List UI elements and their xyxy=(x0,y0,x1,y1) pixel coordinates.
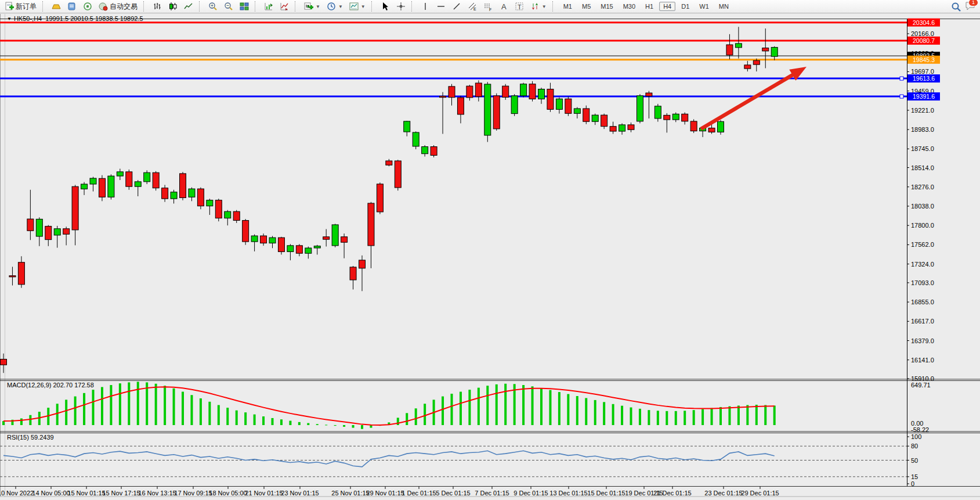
indicator-list-button[interactable] xyxy=(277,1,291,12)
timeframe-m1[interactable]: M1 xyxy=(559,2,576,11)
crosshair-tool[interactable] xyxy=(394,1,408,12)
trendline-tool[interactable] xyxy=(450,1,464,12)
time-axis[interactable]: 10 Nov 202214 Nov 05:0015 Nov 01:1515 No… xyxy=(0,487,779,497)
macd-bar xyxy=(585,398,587,425)
equidistant-channel-tool[interactable]: E xyxy=(465,1,479,12)
separator xyxy=(295,1,298,12)
macd-bar xyxy=(190,395,193,425)
candles-chart-button[interactable] xyxy=(166,1,180,12)
macd-bar xyxy=(226,408,229,425)
macd-bar xyxy=(92,390,95,425)
candle xyxy=(628,123,634,132)
chevron-down-icon: ▼ xyxy=(316,4,320,9)
candle xyxy=(207,199,213,215)
price-axis[interactable]: 20166.019925.019697.019459.019221.018983… xyxy=(907,30,934,382)
timeframe-h1[interactable]: H1 xyxy=(641,2,657,11)
autotrade-button[interactable]: 自动交易 xyxy=(96,1,140,13)
macd-bar xyxy=(298,422,301,425)
periods-button[interactable]: ▼ xyxy=(324,1,345,12)
macd-bar xyxy=(540,388,543,425)
chart-canvas[interactable]: 20166.019925.019697.019459.019221.018983… xyxy=(0,14,980,500)
tile-windows-button[interactable] xyxy=(237,1,251,12)
candle xyxy=(9,267,16,285)
chevron-down-icon: ▼ xyxy=(542,4,547,9)
market-watch-button[interactable] xyxy=(65,1,79,12)
candle xyxy=(251,235,258,251)
fibonacci-tool[interactable]: F xyxy=(481,1,495,12)
svg-text:19613.6: 19613.6 xyxy=(913,75,935,82)
rsi-label: RSI(15) 59.2439 xyxy=(7,434,54,441)
candle xyxy=(99,175,105,202)
macd-bar xyxy=(603,402,605,425)
price-tick-label: 18745.0 xyxy=(911,145,934,152)
timeframe-m15[interactable]: M15 xyxy=(596,2,617,11)
macd-bar xyxy=(594,400,596,425)
macd-bar xyxy=(182,392,184,425)
new-order-button[interactable]: 新订单 xyxy=(2,1,39,13)
period-clock-icon xyxy=(327,2,336,11)
macd-bar xyxy=(746,405,748,425)
separator xyxy=(552,1,556,12)
search-icon[interactable] xyxy=(951,2,960,11)
new-chart-button[interactable]: ▼ xyxy=(302,1,323,12)
indicators-button[interactable] xyxy=(262,1,276,12)
level-lines[interactable] xyxy=(0,23,907,96)
text-tool[interactable]: A xyxy=(497,1,511,12)
candle xyxy=(189,188,195,202)
timeframe-h4[interactable]: H4 xyxy=(659,2,675,11)
arrows-tool[interactable]: ▼ xyxy=(528,1,549,12)
candle xyxy=(744,61,751,71)
gold-button[interactable] xyxy=(49,1,63,12)
signal-icon xyxy=(83,2,92,11)
rsi-level-label: 80 xyxy=(911,443,918,449)
line-handle[interactable] xyxy=(900,77,903,80)
rsi-level-label: 100 xyxy=(911,433,921,440)
candle xyxy=(108,174,114,199)
horizontal-line-tool[interactable] xyxy=(434,1,448,12)
timeframe-m30[interactable]: M30 xyxy=(619,2,639,11)
candle xyxy=(511,94,518,116)
macd-bar xyxy=(648,410,650,425)
line-handle[interactable] xyxy=(900,95,903,98)
macd-bar xyxy=(208,402,211,425)
macd-bar xyxy=(424,404,426,425)
rsi-level-label: 15 xyxy=(911,473,918,480)
separator xyxy=(143,1,147,12)
candle xyxy=(583,106,590,124)
cursor-tool[interactable] xyxy=(378,1,392,12)
macd-bar xyxy=(173,389,175,425)
signal-button[interactable] xyxy=(81,1,95,12)
time-tick-label: 29 Nov 01:15 xyxy=(366,490,404,497)
macd-bar xyxy=(29,415,31,425)
zoom-in-button[interactable] xyxy=(206,1,220,12)
macd-bar xyxy=(20,419,23,425)
candle xyxy=(718,120,724,135)
tile-windows-icon xyxy=(240,2,249,11)
zoom-out-icon xyxy=(224,2,233,11)
candle xyxy=(341,233,348,258)
timeframe-d1[interactable]: D1 xyxy=(677,2,693,11)
candle xyxy=(431,145,437,157)
timeframe-w1[interactable]: W1 xyxy=(695,2,713,11)
svg-text:T: T xyxy=(518,3,522,10)
rsi-level-label: 50 xyxy=(911,457,918,464)
macd-bar xyxy=(486,386,489,425)
macd-bar xyxy=(630,408,632,425)
timeframe-mn[interactable]: MN xyxy=(715,2,733,11)
bars-chart-button[interactable] xyxy=(150,1,164,12)
trend-arrow[interactable] xyxy=(701,67,807,129)
macd-bar xyxy=(74,397,77,425)
candle xyxy=(332,224,338,247)
templates-button[interactable]: ▼ xyxy=(347,1,368,12)
chart-title[interactable]: ▼HK50-,H4 19991.5 20010.5 19838.5 19892.… xyxy=(7,15,143,22)
timeframe-m5[interactable]: M5 xyxy=(578,2,595,11)
candle xyxy=(592,114,598,125)
text-label-tool[interactable]: T xyxy=(512,1,526,12)
macd-bar xyxy=(764,405,766,425)
chat-button[interactable]: 1 xyxy=(965,1,974,12)
time-tick-label: 13 Dec 01:15 xyxy=(549,490,587,497)
line-chart-button[interactable] xyxy=(182,1,196,12)
vertical-line-tool[interactable] xyxy=(418,1,432,12)
zoom-out-button[interactable] xyxy=(222,1,236,12)
candle xyxy=(162,185,168,202)
